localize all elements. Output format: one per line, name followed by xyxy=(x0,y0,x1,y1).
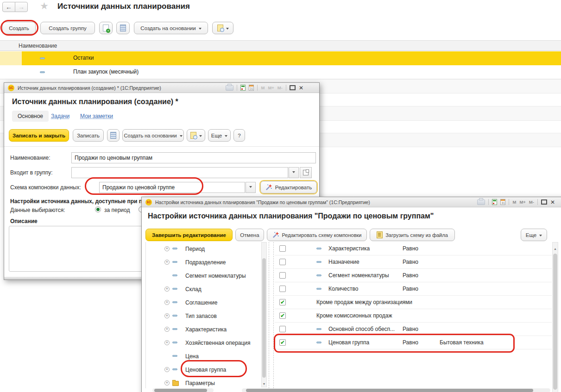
column-header-name[interactable]: Наименование xyxy=(19,43,57,49)
conditions-hscrollbar[interactable] xyxy=(242,388,550,392)
save-and-close-button[interactable]: Записать и закрыть xyxy=(9,129,69,142)
expand-icon[interactable]: + xyxy=(164,246,170,251)
name-field[interactable]: Продажи по ценовым группам xyxy=(71,152,316,163)
expand-icon[interactable]: + xyxy=(164,286,170,292)
memory-minus-button[interactable]: M- xyxy=(529,199,534,205)
tree-item[interactable]: +Хозяйственная операция xyxy=(146,336,262,349)
print-icon[interactable] xyxy=(477,199,485,205)
table-row[interactable]: План закупок (месячный) xyxy=(0,66,561,79)
report-menu-button[interactable] xyxy=(212,22,233,34)
checkbox[interactable] xyxy=(279,245,286,252)
condition-row[interactable]: Основной способ обесп...Равно xyxy=(275,323,552,336)
close-icon[interactable]: ✕ xyxy=(550,199,555,205)
more-button[interactable]: Еще xyxy=(208,129,231,142)
memory-button[interactable]: M xyxy=(261,85,265,90)
condition-row[interactable]: КоличествоРавно xyxy=(275,282,552,296)
tree-hscrollbar[interactable] xyxy=(152,388,214,392)
tree-item[interactable]: +Подразделение xyxy=(146,255,262,269)
expand-icon[interactable]: + xyxy=(164,367,170,372)
calendar-icon[interactable]: 31 xyxy=(500,199,505,205)
expand-icon[interactable]: + xyxy=(164,327,170,332)
memory-button[interactable]: M xyxy=(512,199,516,205)
group-dropdown-button[interactable] xyxy=(289,167,299,178)
help-button[interactable]: ? xyxy=(233,129,245,142)
condition-row-price-group[interactable]: ✔Ценовая группаРавноБытовая техника xyxy=(275,336,552,349)
checkbox[interactable] xyxy=(279,272,286,279)
checkbox[interactable] xyxy=(279,259,286,265)
nav-back-button[interactable]: ← xyxy=(2,2,15,12)
create-group-button[interactable]: Создать группу xyxy=(40,22,95,34)
tree-item[interactable]: Цена xyxy=(146,349,262,363)
create-based-on-button[interactable]: Создать на основании xyxy=(122,129,184,142)
tab-tasks[interactable]: Задачи xyxy=(51,113,69,119)
panel-splitter[interactable] xyxy=(269,242,274,388)
calendar-icon[interactable]: 31 xyxy=(249,85,254,91)
create-based-on-button[interactable]: Создать на основании xyxy=(134,22,208,34)
tab-main[interactable]: Основное xyxy=(12,111,49,122)
calculator-icon[interactable] xyxy=(492,199,497,205)
edit-schema-button[interactable]: Редактировать xyxy=(260,181,317,193)
tree-item[interactable]: +Соглашение xyxy=(146,296,262,309)
tree-item[interactable]: +Период xyxy=(146,242,262,255)
cancel-button[interactable]: Отмена xyxy=(235,229,264,241)
list-settings-button[interactable] xyxy=(116,22,130,34)
expand-icon[interactable]: + xyxy=(164,260,170,265)
load-schema-button[interactable]: Загрузить схему из файла xyxy=(370,229,455,241)
checkbox[interactable] xyxy=(279,326,286,332)
edit-schema-button[interactable]: Редактировать схему компоновки xyxy=(267,229,367,241)
scroll-down-icon[interactable]: ▼ xyxy=(262,382,266,386)
tab-notes[interactable]: Мои заметки xyxy=(80,113,113,119)
schema-field[interactable]: Продажи по ценовой группе xyxy=(99,182,245,193)
table-header[interactable]: Наименование xyxy=(0,40,561,51)
tree-item[interactable]: Сегмент номенклатуры xyxy=(146,269,262,282)
report-menu-button[interactable] xyxy=(187,129,205,142)
checkbox-checked[interactable]: ✔ xyxy=(279,299,286,305)
calculator-icon[interactable] xyxy=(240,85,246,91)
create-button[interactable]: Создать xyxy=(2,22,36,34)
memory-plus-button[interactable]: M+ xyxy=(268,85,274,90)
memory-minus-button[interactable]: M- xyxy=(277,85,283,90)
memory-plus-button[interactable]: M+ xyxy=(519,199,525,205)
checkbox[interactable] xyxy=(279,286,286,292)
schema-dropdown-button[interactable] xyxy=(246,182,256,193)
tree-item[interactable]: +Склад xyxy=(146,282,262,296)
scroll-up-icon[interactable]: ▲ xyxy=(553,247,558,250)
condition-row[interactable]: ✔Кроме продаж между организациями xyxy=(275,296,552,309)
finish-editing-button[interactable]: Завершить редактирование xyxy=(145,229,233,241)
tree-scrollbar[interactable]: ▼ xyxy=(261,242,267,387)
window-titlebar[interactable]: 1С Настройки источника данных планирован… xyxy=(142,197,561,207)
maximize-icon[interactable] xyxy=(541,199,547,205)
print-icon[interactable] xyxy=(226,85,233,91)
expand-icon[interactable]: + xyxy=(164,340,170,345)
scrollbar-thumb[interactable] xyxy=(154,389,207,392)
new-document-button[interactable] xyxy=(99,22,113,34)
favorite-star-icon[interactable]: ★ xyxy=(40,0,49,12)
checkbox-checked[interactable]: ✔ xyxy=(279,312,286,319)
close-icon[interactable]: ✕ xyxy=(299,85,303,91)
expand-icon[interactable]: + xyxy=(164,313,170,318)
condition-row[interactable]: Сегмент номенклатурыРавно xyxy=(275,269,552,282)
tree-item-price-group[interactable]: +Ценовая группа xyxy=(146,363,262,376)
scrollbar-thumb[interactable] xyxy=(262,258,266,378)
window-titlebar[interactable]: 1С Источник данных планирования (создани… xyxy=(4,83,319,93)
list-settings-button[interactable] xyxy=(107,129,120,142)
radio-period[interactable] xyxy=(95,206,101,212)
table-row-selected[interactable]: Остатки xyxy=(0,51,561,65)
group-open-button[interactable] xyxy=(300,167,312,178)
conditions-scrollbar[interactable]: ▲ xyxy=(552,242,558,392)
save-button[interactable]: Записать xyxy=(73,129,104,142)
condition-row[interactable]: ✔Кроме комиссионных продаж xyxy=(275,309,552,323)
tree-item[interactable]: +Тип запасов xyxy=(146,309,262,323)
expand-icon[interactable]: + xyxy=(164,300,170,305)
checkbox-checked[interactable]: ✔ xyxy=(279,339,286,346)
radio-period-label[interactable]: за период xyxy=(104,207,130,213)
condition-row[interactable]: НазначениеРавно xyxy=(275,255,552,269)
expand-icon[interactable]: + xyxy=(164,380,170,386)
tree-item[interactable]: +Характеристика xyxy=(146,323,262,336)
condition-row[interactable]: ХарактеристикаРавно xyxy=(275,242,552,255)
more-button[interactable]: Еще xyxy=(521,229,547,241)
scrollbar-thumb[interactable] xyxy=(246,389,533,392)
tree-item-parameters[interactable]: +Параметры xyxy=(146,376,262,388)
nav-forward-button[interactable]: → xyxy=(15,2,28,12)
scrollbar-thumb[interactable] xyxy=(553,254,557,390)
